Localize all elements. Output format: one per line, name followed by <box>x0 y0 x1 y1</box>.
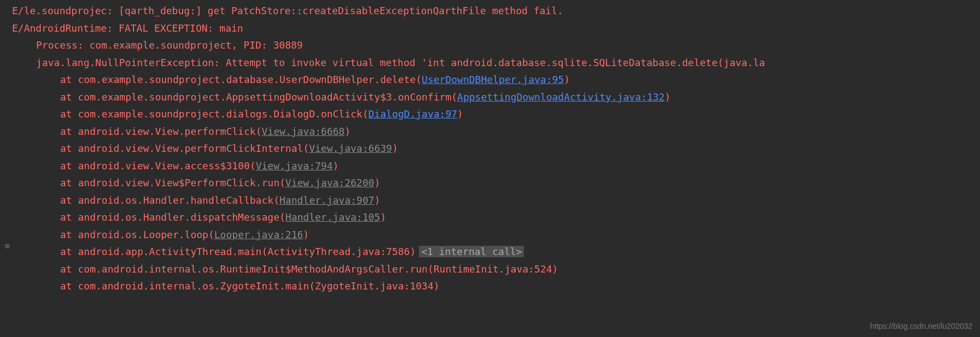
paren: ( <box>279 177 285 188</box>
expand-icon[interactable]: ⊞ <box>3 242 11 250</box>
internal-call-badge[interactable]: <1 internal call> <box>419 246 524 257</box>
frame-method: at android.view.View.performClickInterna… <box>60 143 303 154</box>
paren: ) <box>664 91 670 103</box>
frame-method: at com.example.soundproject.AppsettingDo… <box>60 91 451 103</box>
source-link[interactable]: Handler.java:105 <box>285 211 380 223</box>
paren: ( <box>256 126 262 137</box>
log-line: E/le.soundprojec: [qarth_debug:] get Pat… <box>12 2 980 20</box>
frame-method: at android.os.Handler.dispatchMessage <box>60 211 279 223</box>
logcat-output: E/le.soundprojec: [qarth_debug:] get Pat… <box>0 0 980 295</box>
paren: ( <box>279 211 285 223</box>
source-link[interactable]: AppsettingDownloadActivity.java:132 <box>457 91 664 103</box>
stack-frame: at android.view.View.performClick(View.j… <box>12 123 980 140</box>
source-link[interactable]: UserDownDBHelper.java:95 <box>422 74 564 85</box>
stack-frame: at android.os.Looper.loop(Looper.java:21… <box>12 226 980 244</box>
frame-method: at android.view.View.performClick <box>60 126 256 137</box>
source-link[interactable]: View.java:26200 <box>285 177 375 188</box>
paren: ) <box>333 160 339 172</box>
source-link[interactable]: View.java:794 <box>256 160 333 172</box>
paren: ) <box>345 126 351 137</box>
frame-method: at com.example.soundproject.database.Use… <box>60 74 416 85</box>
stack-frame: at android.os.Handler.dispatchMessage(Ha… <box>12 209 980 226</box>
paren: ( <box>451 91 457 103</box>
source-link[interactable]: View.java:6668 <box>261 126 345 137</box>
frame-method: at android.view.View$PerformClick.run <box>60 177 279 188</box>
log-line: E/AndroidRuntime: FATAL EXCEPTION: main <box>12 20 980 37</box>
paren: ) <box>374 177 380 188</box>
paren: ) <box>374 194 380 206</box>
stack-frame: at com.example.soundproject.dialogs.Dial… <box>12 105 980 123</box>
source-link[interactable]: Looper.java:216 <box>214 229 304 240</box>
paren: ( <box>250 160 256 172</box>
paren: ) <box>380 211 386 223</box>
stack-frame: at android.view.View.access$3100(View.ja… <box>12 157 980 175</box>
source-link[interactable]: Handler.java:907 <box>279 194 374 206</box>
frame-method: at android.os.Handler.handleCallback <box>60 194 273 206</box>
paren: ) <box>392 143 398 154</box>
paren: ) <box>457 108 463 120</box>
log-line: Process: com.example.soundproject, PID: … <box>12 37 980 54</box>
paren: ( <box>273 194 279 206</box>
stack-frame: at com.example.soundproject.database.Use… <box>12 71 980 88</box>
stack-frame: at com.android.internal.os.RuntimeInit$M… <box>12 261 980 278</box>
paren: ( <box>363 108 369 120</box>
stack-frame: at android.view.View.performClickInterna… <box>12 140 980 157</box>
paren: ( <box>303 143 309 154</box>
paren: ) <box>303 229 309 240</box>
paren: ( <box>208 229 214 240</box>
source-link[interactable]: View.java:6639 <box>309 143 392 154</box>
stack-frame: at com.android.internal.os.ZygoteInit.ma… <box>12 277 980 295</box>
frame-method: at com.example.soundproject.dialogs.Dial… <box>60 108 363 120</box>
source-link[interactable]: DialogD.java:97 <box>369 108 458 120</box>
frame-method: at android.view.View.access$3100 <box>60 160 250 172</box>
log-line: java.lang.NullPointerException: Attempt … <box>12 54 980 72</box>
frame-method: at android.os.Looper.loop <box>60 229 208 240</box>
watermark: https://blog.csdn.net/lu202032 <box>870 320 972 333</box>
frame-method: at android.app.ActivityThread.main(Activ… <box>60 246 416 257</box>
stack-frame: at android.os.Handler.handleCallback(Han… <box>12 192 980 209</box>
paren: ) <box>564 74 570 85</box>
stack-frame: at android.app.ActivityThread.main(Activ… <box>12 243 980 261</box>
stack-frame: at android.view.View$PerformClick.run(Vi… <box>12 174 980 192</box>
stack-frame: at com.example.soundproject.AppsettingDo… <box>12 88 980 106</box>
paren: ( <box>416 74 422 85</box>
